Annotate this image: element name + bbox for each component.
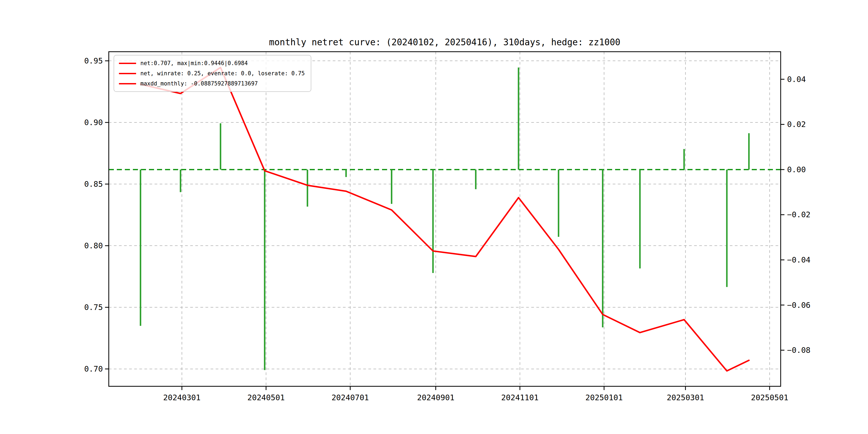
y-tick-label-left: 0.95 — [84, 56, 103, 65]
y-tick-label-right: −0.04 — [787, 255, 810, 265]
y-tick-label-left: 0.75 — [84, 303, 103, 312]
y-tick-label-right: −0.02 — [787, 210, 810, 219]
legend-item: maxdd_monthly: -0.08875927889713697 — [114, 79, 305, 89]
y-tick-label-right: 0.02 — [787, 120, 806, 129]
x-tick-label: 20240901 — [417, 393, 455, 402]
y-tick-label-right: −0.08 — [787, 346, 810, 355]
y-tick-label-left: 0.90 — [84, 118, 103, 127]
red-line-icon — [119, 83, 136, 84]
x-tick-label: 20241101 — [501, 393, 539, 402]
x-tick-label: 20250501 — [751, 393, 788, 402]
red-line-icon — [119, 73, 136, 74]
x-tick-label: 20250301 — [667, 393, 704, 402]
figure: monthly netret curve: (20240102, 2025041… — [0, 0, 868, 434]
x-tick-label: 20240301 — [163, 393, 201, 402]
legend-item: net, winrate: 0.25, evenrate: 0.0, loser… — [114, 68, 305, 79]
y-tick-label-left: 0.70 — [84, 364, 103, 373]
legend-label: net:0.707, max|min:0.9446|0.6984 — [141, 60, 248, 66]
legend-label: net, winrate: 0.25, evenrate: 0.0, loser… — [141, 70, 305, 76]
x-tick-label: 20240701 — [331, 393, 369, 402]
legend: net:0.707, max|min:0.9446|0.6984 net, wi… — [114, 55, 311, 92]
y-tick-label-right: 0.04 — [787, 75, 806, 84]
legend-item: net:0.707, max|min:0.9446|0.6984 — [114, 58, 305, 68]
axis-spine — [109, 52, 781, 386]
y-tick-label-left: 0.80 — [84, 241, 103, 250]
x-tick-label: 20250101 — [585, 393, 623, 402]
y-tick-label-right: −0.06 — [787, 301, 810, 310]
x-tick-label: 20240501 — [247, 393, 285, 402]
net-line — [141, 67, 749, 371]
legend-label: maxdd_monthly: -0.08875927889713697 — [141, 81, 258, 87]
y-tick-label-left: 0.85 — [84, 180, 103, 189]
y-tick-label-right: 0.00 — [787, 165, 806, 174]
red-line-icon — [119, 63, 136, 64]
